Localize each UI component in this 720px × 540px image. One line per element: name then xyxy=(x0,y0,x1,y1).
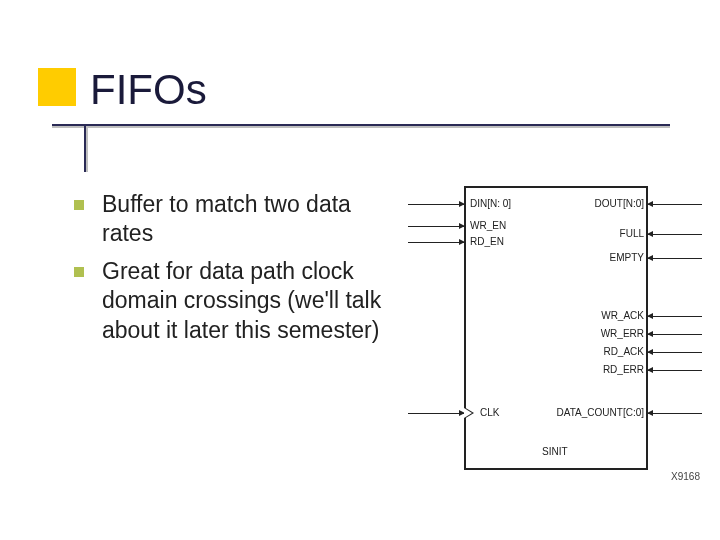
pin-lead xyxy=(408,242,464,243)
diagram-id: X9168 xyxy=(671,471,700,482)
pin-lead xyxy=(648,234,702,235)
pin-label-clk: CLK xyxy=(480,407,499,418)
list-item-text: Buffer to match two data rates xyxy=(102,190,384,249)
pin-lead xyxy=(408,204,464,205)
bullet-square-icon xyxy=(74,200,84,210)
list-item-text: Great for data path clock domain crossin… xyxy=(102,257,384,345)
pin-label-full: FULL xyxy=(620,228,644,239)
pin-lead xyxy=(648,204,702,205)
clk-edge-icon-inner xyxy=(464,408,472,418)
pin-label-rd-en: RD_EN xyxy=(470,236,504,247)
accent-square xyxy=(38,68,76,106)
pin-label-sinit: SINIT xyxy=(542,446,568,457)
title-underline-shadow xyxy=(52,126,670,128)
slide-title-block: FIFOs xyxy=(38,68,678,138)
pin-label-wr-en: WR_EN xyxy=(470,220,506,231)
pin-label-rd-ack: RD_ACK xyxy=(603,346,644,357)
pin-lead xyxy=(648,258,702,259)
pin-label-din: DIN[N: 0] xyxy=(470,198,511,209)
pin-label-wr-err: WR_ERR xyxy=(601,328,644,339)
pin-label-empty: EMPTY xyxy=(610,252,644,263)
pin-label-dout: DOUT[N:0] xyxy=(595,198,644,209)
title-vertical-bar xyxy=(84,124,86,172)
pin-label-wr-ack: WR_ACK xyxy=(601,310,644,321)
title-vertical-bar-shadow xyxy=(86,124,88,172)
pin-lead xyxy=(408,413,464,414)
pin-lead xyxy=(648,413,702,414)
pin-lead xyxy=(648,316,702,317)
list-item: Great for data path clock domain crossin… xyxy=(74,257,384,345)
list-item: Buffer to match two data rates xyxy=(74,190,384,249)
fifo-block-diagram: DIN[N: 0] WR_EN RD_EN DOUT[N:0] FULL EMP… xyxy=(408,186,702,476)
slide-title: FIFOs xyxy=(90,66,207,114)
pin-lead xyxy=(648,370,702,371)
pin-lead xyxy=(648,352,702,353)
bullet-list: Buffer to match two data rates Great for… xyxy=(74,190,384,353)
pin-lead xyxy=(648,334,702,335)
pin-label-rd-err: RD_ERR xyxy=(603,364,644,375)
bullet-square-icon xyxy=(74,267,84,277)
pin-label-data-count: DATA_COUNT[C:0] xyxy=(557,407,644,418)
pin-lead xyxy=(408,226,464,227)
